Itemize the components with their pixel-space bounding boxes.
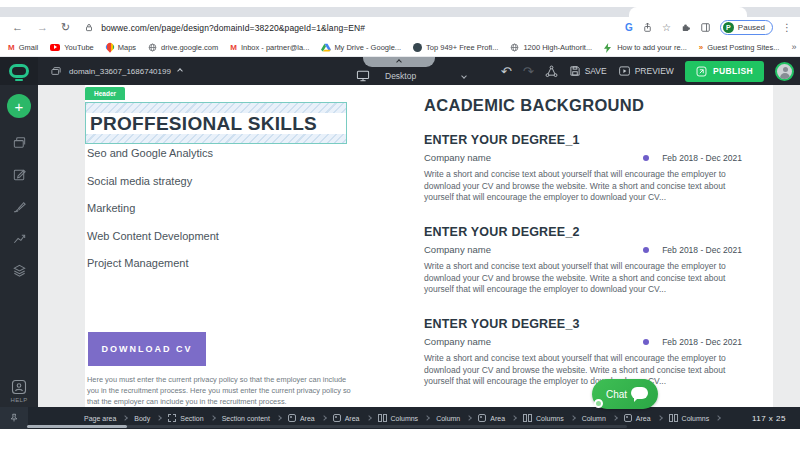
- crumb-section-content[interactable]: Section content: [222, 415, 270, 422]
- bookmark-youtube[interactable]: YouTube: [50, 43, 93, 52]
- bookmark-drive[interactable]: drive.google.com: [148, 43, 218, 52]
- side-panel-icon[interactable]: [700, 22, 711, 33]
- browser-menu-icon[interactable]: ⋮: [782, 22, 792, 33]
- area-icon: [333, 414, 341, 422]
- redo-icon[interactable]: ↷: [523, 65, 534, 78]
- crumb-area[interactable]: Area: [333, 414, 360, 422]
- crumb-area[interactable]: Area: [624, 414, 651, 422]
- degree-title[interactable]: ENTER YOUR DEGREE_2: [424, 225, 580, 239]
- gmail-icon: M: [230, 43, 237, 52]
- edit-content-icon[interactable]: [12, 167, 27, 182]
- publish-button[interactable]: PUBLISH: [685, 61, 764, 82]
- privacy-text[interactable]: Here you must enter the current privacy …: [87, 375, 352, 407]
- lock-icon[interactable]: [84, 22, 94, 33]
- add-element-button[interactable]: +: [7, 94, 31, 118]
- bookmark-mydrive[interactable]: My Drive - Google...: [321, 43, 401, 52]
- crumb-area[interactable]: Area: [288, 414, 315, 422]
- academic-title[interactable]: ACADEMIC BACKGROUND: [424, 96, 644, 115]
- cv-page[interactable]: Header PROFFESIONAL SKILLS Seo and Googl…: [85, 85, 773, 407]
- bookmark-maps[interactable]: Maps: [106, 43, 136, 52]
- bookmark-star-icon[interactable]: ☆: [662, 22, 671, 33]
- extensions-puzzle-icon[interactable]: [680, 22, 691, 33]
- company-name[interactable]: Company name: [424, 244, 491, 255]
- save-button[interactable]: SAVE: [569, 65, 607, 77]
- skill-item[interactable]: Web Content Development: [87, 230, 219, 242]
- user-avatar[interactable]: [775, 62, 794, 81]
- skill-item[interactable]: Marketing: [87, 202, 219, 214]
- bookmark-label: Top 949+ Free Profi...: [426, 43, 498, 52]
- crumb-column[interactable]: Column: [436, 415, 460, 422]
- skill-item[interactable]: Project Management: [87, 257, 219, 269]
- degree-date[interactable]: Feb 2018 - Dec 2021: [662, 245, 742, 255]
- panel-collapse-handle[interactable]: [363, 57, 435, 67]
- download-cv-button[interactable]: DOWNLOAD CV: [88, 332, 206, 366]
- bookmark-label: Inbox - partner@la...: [241, 43, 309, 52]
- bookmark-gmail[interactable]: M Gmail: [8, 43, 38, 52]
- degree-title[interactable]: ENTER YOUR DEGREE_1: [424, 133, 580, 147]
- crumb-column[interactable]: Column: [582, 415, 606, 422]
- domain-name: domain_33607_1686740199: [69, 67, 171, 76]
- element-path-bar: Page area Body Section Section content A…: [0, 407, 800, 429]
- bookmark-howto[interactable]: How to add your re...: [604, 43, 687, 52]
- chat-widget[interactable]: Chat: [592, 379, 658, 409]
- bookmark-inbox[interactable]: M Inbox - partner@la...: [230, 43, 309, 52]
- selected-header-block[interactable]: PROFFESIONAL SKILLS: [85, 102, 347, 144]
- chevron-right-icon: [424, 415, 430, 421]
- browser-tab-strip: [0, 0, 800, 17]
- bookmark-label: Maps: [118, 43, 136, 52]
- crumb-columns[interactable]: Columns: [669, 414, 710, 422]
- crumb-columns[interactable]: Columns: [378, 414, 419, 422]
- stats-chart-icon[interactable]: [12, 231, 27, 246]
- degree-date[interactable]: Feb 2018 - Dec 2021: [662, 337, 742, 347]
- help-button[interactable]: HELP: [11, 379, 28, 403]
- degree-description[interactable]: Write a short and concise text about you…: [424, 169, 744, 204]
- undo-icon[interactable]: ↶: [501, 65, 512, 78]
- bookmark-label: 1200 High-Authorit...: [523, 43, 592, 52]
- design-brush-icon[interactable]: [12, 199, 27, 214]
- layers-icon[interactable]: [12, 263, 27, 278]
- browser-tab[interactable]: [629, 7, 747, 17]
- device-switcher[interactable]: Desktop: [356, 66, 466, 85]
- crumb-section[interactable]: Section: [168, 414, 203, 422]
- preview-button[interactable]: PREVIEW: [618, 65, 674, 77]
- company-name[interactable]: Company name: [424, 152, 491, 163]
- forward-icon[interactable]: →: [37, 22, 48, 33]
- bowwe-logo[interactable]: [0, 57, 38, 85]
- company-name[interactable]: Company name: [424, 336, 491, 347]
- pin-button[interactable]: [0, 407, 28, 429]
- bookmark-label: My Drive - Google...: [334, 43, 401, 52]
- chevron-down-icon: [461, 73, 467, 79]
- chevron-right-icon: [122, 415, 128, 421]
- pages-panel-icon[interactable]: [12, 135, 27, 150]
- skill-item[interactable]: Social media strategy: [87, 175, 219, 187]
- url-text[interactable]: bowwe.com/en/page/design?domainId=38220&…: [101, 23, 365, 33]
- bookmark-1200[interactable]: 1200 High-Authorit...: [510, 43, 592, 52]
- degree-title[interactable]: ENTER YOUR DEGREE_3: [424, 317, 580, 331]
- reload-icon[interactable]: ↻: [61, 22, 70, 33]
- site-structure-icon[interactable]: [545, 65, 558, 78]
- bookmark-guest[interactable]: » Guest Posting Sites...: [699, 43, 780, 52]
- bookmark-top949[interactable]: Top 949+ Free Profi...: [413, 43, 498, 52]
- google-account-icon[interactable]: G: [625, 22, 633, 33]
- gmail-icon: M: [8, 43, 15, 52]
- bookmarks-overflow-icon[interactable]: »: [791, 42, 796, 52]
- crumb-page-area[interactable]: Page area: [84, 415, 116, 422]
- share-icon[interactable]: [642, 22, 653, 33]
- back-icon[interactable]: ←: [12, 22, 23, 33]
- crumb-body[interactable]: Body: [134, 415, 150, 422]
- domain-selector[interactable]: domain_33607_1686740199: [50, 65, 182, 77]
- degree-date[interactable]: Feb 2018 - Dec 2021: [662, 153, 742, 163]
- degree-description[interactable]: Write a short and concise text about you…: [424, 353, 744, 388]
- horizontal-scrollbar-thumb[interactable]: [27, 425, 127, 428]
- crumb-area[interactable]: Area: [478, 414, 505, 422]
- bookmarks-bar: M Gmail YouTube Maps drive.google.com M …: [0, 38, 800, 57]
- skill-item[interactable]: Seo and Google Analytics: [87, 147, 219, 159]
- header-text-box[interactable]: PROFFESIONAL SKILLS: [86, 113, 346, 134]
- chevron-right-icon: [466, 415, 472, 421]
- profile-paused-badge[interactable]: P Paused: [720, 20, 773, 35]
- browser-address-bar: ← → ↻ bowwe.com/en/page/design?domainId=…: [0, 17, 800, 38]
- columns-icon: [523, 414, 532, 422]
- crumb-columns[interactable]: Columns: [523, 414, 564, 422]
- degree-description[interactable]: Write a short and concise text about you…: [424, 261, 744, 296]
- skills-title[interactable]: PROFFESIONAL SKILLS: [86, 113, 317, 135]
